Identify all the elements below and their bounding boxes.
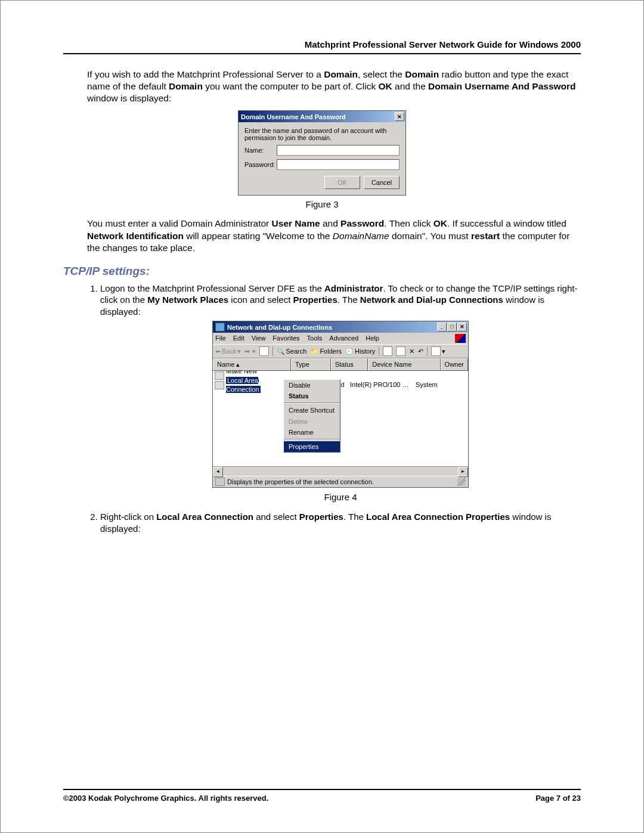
scroll-right-icon[interactable]: ▸ (458, 467, 468, 477)
close-button[interactable]: ✕ (457, 323, 467, 332)
menu-favorites[interactable]: Favorites (273, 334, 299, 343)
move-to-icon[interactable] (383, 346, 392, 356)
bold-properties: Properties (293, 295, 338, 305)
connection-list: Make New Connection Local Area Connectio… (213, 371, 468, 466)
col-status[interactable]: Status (331, 358, 369, 370)
password-label: Password: (244, 161, 277, 168)
menu-view[interactable]: View (252, 334, 266, 343)
bold-properties: Properties (299, 512, 343, 522)
bold-administrator: Administrator (324, 283, 383, 293)
folders-button[interactable]: 📁Folders (310, 347, 342, 355)
resize-grip-icon[interactable] (457, 478, 466, 486)
status-bar: Displays the properties of the selected … (213, 476, 468, 487)
bold-my-network-places: My Network Places (147, 295, 228, 305)
up-button[interactable] (259, 346, 269, 356)
col-type[interactable]: Type (291, 358, 331, 370)
menu-edit[interactable]: Edit (233, 334, 244, 343)
menu-help[interactable]: Help (366, 334, 379, 343)
menu-separator (284, 439, 340, 440)
section-title-tcpip: TCP/IP settings: (63, 265, 581, 278)
italic-domainname: DomainName (333, 231, 389, 241)
ok-button[interactable]: OK (324, 176, 360, 189)
cancel-button[interactable]: Cancel (364, 176, 400, 189)
bold-restart: restart (471, 231, 500, 241)
separator (273, 346, 273, 356)
name-input[interactable] (277, 145, 400, 156)
page-footer: ©2003 Kodak Polychrome Graphics. All rig… (63, 789, 581, 803)
step-2: Right-click on Local Area Connection and… (100, 511, 581, 534)
document-page: Matchprint Professional Server Network G… (0, 0, 644, 833)
text: and (320, 218, 340, 228)
col-owner[interactable]: Owner (441, 358, 468, 370)
menu-advanced[interactable]: Advanced (329, 334, 358, 343)
minimize-button[interactable]: _ (437, 323, 447, 332)
status-text: Displays the properties of the selected … (227, 478, 374, 486)
network-connections-window: Network and Dial-up Connections _ □ ✕ Fi… (212, 321, 469, 488)
name-label: Name: (244, 147, 277, 154)
ctx-properties[interactable]: Properties (284, 441, 340, 452)
bold-window-name: Network and Dial-up Connections (360, 295, 503, 305)
history-button[interactable]: 🕘History (345, 347, 375, 355)
cell-name: Local Area Connection (226, 376, 288, 394)
delete-icon[interactable]: ✕ (409, 347, 414, 355)
text: . If successful a window titled (447, 218, 566, 228)
text: Right-click on (100, 512, 156, 522)
text: . The (343, 512, 366, 522)
col-name[interactable]: Name ▴ (213, 358, 291, 370)
context-menu: Disable Status Create Shortcut Delete Re… (283, 379, 340, 453)
menu-file[interactable]: File (215, 334, 226, 343)
folder-up-icon (259, 346, 269, 356)
copy-to-icon[interactable] (396, 346, 405, 356)
menu-separator (284, 402, 340, 404)
text: If you wish to add the Matchprint Profes… (87, 69, 324, 79)
menu-tools[interactable]: Tools (307, 334, 323, 343)
ctx-rename[interactable]: Rename (284, 427, 340, 438)
bold-local-area-connection: Local Area Connection (156, 512, 253, 522)
scroll-left-icon[interactable]: ◂ (213, 467, 223, 477)
window-title: Network and Dial-up Connections (227, 323, 332, 332)
bold-window-name: Domain Username And Password (428, 81, 576, 91)
text: domain". You must (389, 231, 471, 241)
windows-flag-icon (455, 334, 466, 343)
undo-icon[interactable]: ↶ (418, 347, 423, 355)
status-icon (215, 478, 225, 486)
page-number: Page 7 of 23 (535, 794, 581, 803)
ctx-delete: Delete (284, 416, 340, 427)
domain-credentials-dialog: Domain Username And Password ✕ Enter the… (238, 110, 406, 196)
forward-button[interactable]: ➡ ▾ (244, 347, 255, 355)
search-button[interactable]: 🔍Search (277, 347, 307, 355)
bold-window-name: Network Identification (87, 231, 184, 241)
ctx-create-shortcut[interactable]: Create Shortcut (284, 405, 340, 416)
dialog-message: Enter the name and password of an accoun… (244, 127, 400, 141)
cell-device: Intel(R) PRO/100 … (350, 380, 416, 389)
bold-password: Password (340, 218, 384, 228)
dialog-title: Domain Username And Password (241, 113, 346, 120)
figure4-caption: Figure 4 (100, 491, 581, 503)
ctx-disable[interactable]: Disable (284, 380, 340, 391)
figure3-caption: Figure 3 (63, 199, 581, 209)
password-input[interactable] (277, 159, 400, 170)
steps-list: Logon to the Matchprint Professional Ser… (87, 283, 581, 535)
col-device-name[interactable]: Device Name (368, 358, 440, 370)
copyright: ©2003 Kodak Polychrome Graphics. All rig… (63, 794, 268, 803)
close-button[interactable]: ✕ (395, 112, 404, 121)
text: and the (392, 81, 428, 91)
dialog-titlebar: Domain Username And Password ✕ (239, 111, 405, 122)
views-button[interactable]: ▾ (431, 346, 445, 356)
sort-asc-icon: ▴ (236, 361, 240, 368)
separator (427, 346, 428, 356)
column-headers: Name ▴ Type Status Device Name Owner (213, 358, 468, 370)
ctx-status[interactable]: Status (284, 391, 340, 401)
toolbar: ⬅ Back ▾ ➡ ▾ 🔍Search 📁Folders 🕘History ✕… (213, 344, 468, 358)
back-button[interactable]: ⬅ Back ▾ (215, 347, 241, 355)
maximize-button[interactable]: □ (447, 323, 457, 332)
window-icon (215, 323, 225, 332)
after-figure3-paragraph: You must enter a valid Domain Administra… (87, 218, 581, 253)
bold-user-name: User Name (272, 218, 320, 228)
text: Logon to the Matchprint Professional Ser… (100, 283, 324, 293)
list-item[interactable]: Local Area Connection LAN Enabled Intel(… (213, 380, 468, 390)
text: window is displayed: (87, 93, 171, 103)
bold-ok: OK (434, 218, 447, 228)
horizontal-scrollbar[interactable]: ◂ ▸ (213, 466, 468, 476)
bold-ok: OK (379, 81, 392, 91)
